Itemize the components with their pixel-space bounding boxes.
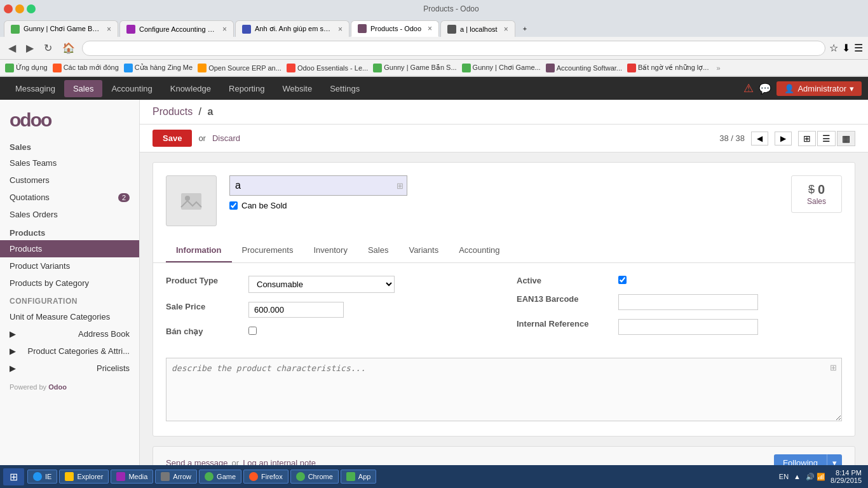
product-name-input[interactable] [229,175,407,196]
tab-close-2[interactable]: × [222,25,227,34]
new-tab-button[interactable]: + [517,20,533,37]
window-maximize[interactable] [27,4,36,13]
bookmark-odoo[interactable]: Odoo Essentials - Le... [287,64,368,72]
sidebar-item-sales-teams[interactable]: Sales Teams [0,154,139,172]
tab-label-2: Configure Accounting - O... [139,25,216,33]
bookmark-erp[interactable]: Open Source ERP an... [198,64,281,72]
internal-ref-input[interactable] [618,319,758,335]
forward-button[interactable]: ▶ [23,41,37,55]
nav-sales[interactable]: Sales [64,80,103,97]
bookmark-apps[interactable]: Ứng dụng [5,64,48,72]
next-page-button[interactable]: ▶ [775,132,792,146]
sale-price-input[interactable] [248,302,344,318]
nav-website[interactable]: Website [273,80,321,97]
address-bar[interactable]: maro24h.com/web#id=40&view_type=form&mod… [82,41,825,56]
bookmarks-more[interactable]: » [716,64,720,72]
tab-close-3[interactable]: × [338,25,342,34]
sidebar-item-customers[interactable]: Customers [0,172,139,189]
bookmark-star[interactable]: ☆ [829,42,838,54]
browser-tab-2[interactable]: Configure Accounting - O... × [119,20,234,37]
product-name-edit-icon[interactable]: ⊞ [397,181,403,191]
taskbar-item-firefox[interactable]: Firefox [243,470,288,484]
tab-procurements[interactable]: Procurements [232,239,304,262]
nav-messaging[interactable]: Messaging [6,80,64,97]
svg-rect-0 [181,193,201,210]
chat-icon[interactable]: 💬 [759,83,771,95]
tab-close-1[interactable]: × [107,25,111,34]
sidebar-item-products[interactable]: Products [0,240,139,257]
tray-up-arrow[interactable]: ▲ [794,473,801,480]
form-view-button[interactable]: ▦ [837,131,855,146]
nav-reporting[interactable]: Reporting [220,80,273,97]
form-tabs: Information Procurements Inventory Sales… [153,239,855,263]
browser-chrome: Products - Odoo Gunny | Chơi Game Bắn S.… [0,0,868,77]
stat-label[interactable]: Sales [804,197,829,206]
sidebar-item-address-book[interactable]: ▶ Address Book [0,325,139,342]
nav-knowledge[interactable]: Knowledge [161,80,220,97]
bookmark-tabs[interactable]: Các tab mới đóng [53,64,119,72]
sidebar-item-uom-categories[interactable]: Unit of Measure Categories [0,308,139,325]
ean13-row: EAN13 Barcode [517,294,842,310]
sidebar-item-products-by-category[interactable]: Products by Category [0,274,139,292]
kanban-view-button[interactable]: ⊞ [798,131,816,146]
nav-accounting[interactable]: Accounting [102,80,161,97]
start-button[interactable]: ⊞ [3,468,24,485]
tab-close-5[interactable]: × [504,25,508,34]
taskbar-item-game[interactable]: Game [199,470,241,484]
browser-titlebar: Products - Odoo [0,0,868,18]
content-header: Products / a [140,100,868,125]
browser-tab-1[interactable]: Gunny | Chơi Game Bắn S... × [4,20,118,37]
menu-button[interactable]: ☰ [854,42,863,54]
taskbar-item-chrome[interactable]: Chrome [290,470,339,484]
description-edit-icon[interactable]: ⊞ [830,363,837,372]
tab-accounting[interactable]: Accounting [449,239,510,262]
nav-settings[interactable]: Settings [321,80,369,97]
tab-information[interactable]: Information [166,239,232,262]
save-button[interactable]: Save [153,130,192,147]
taskbar-item-app[interactable]: App [341,470,377,484]
taskbar-item-media[interactable]: Media [111,470,153,484]
sidebar-item-product-categories[interactable]: ▶ Product Categories & Attri... [0,342,139,360]
tab-sales[interactable]: Sales [358,239,399,262]
back-button[interactable]: ◀ [5,41,19,55]
window-close[interactable] [4,4,13,13]
view-toggle: ⊞ ☰ ▦ [798,131,855,146]
sidebar-item-pricelists[interactable]: ▶ Pricelists [0,360,139,377]
sidebar-item-product-variants[interactable]: Product Variants [0,257,139,274]
app-icon [346,472,355,481]
description-textarea[interactable] [166,358,842,421]
list-view-button[interactable]: ☰ [817,131,836,146]
window-minimize[interactable] [15,4,24,13]
product-image[interactable] [166,175,217,226]
sidebar-item-quotations[interactable]: Quotations 2 [0,189,139,206]
tab-close-4[interactable]: × [428,24,432,33]
bookmark-gunny2[interactable]: Gunny | Chơi Game... [462,64,541,72]
tab-variants[interactable]: Variants [398,239,449,262]
taskbar-item-arrow[interactable]: Arrow [155,470,197,484]
tray-date: 8/29/2015 [831,477,862,484]
bookmark-zing[interactable]: Cửa hàng Zing Me [124,64,193,72]
product-type-select[interactable]: Consumable Storable Product Service Digi… [248,276,395,293]
bookmark-accounting[interactable]: Accounting Softwar... [546,64,622,72]
active-checkbox[interactable] [618,276,627,284]
download-button[interactable]: ⬇ [842,42,850,54]
can-be-sold-checkbox[interactable] [229,201,238,210]
tab-inventory[interactable]: Inventory [303,239,357,262]
prev-page-button[interactable]: ◀ [751,132,768,146]
ban-chay-checkbox[interactable] [248,327,257,335]
browser-tab-4[interactable]: Products - Odoo × [351,20,439,37]
admin-menu[interactable]: 👤 Administrator ▾ [776,81,862,96]
breadcrumb-root[interactable]: Products [153,106,193,117]
discard-button[interactable]: Discard [212,133,240,143]
alert-icon[interactable]: ⚠ [743,81,754,95]
browser-tab-5[interactable]: a | localhost × [440,20,515,37]
home-button[interactable]: 🏠 [59,41,78,55]
sidebar-item-sales-orders[interactable]: Sales Orders [0,206,139,223]
taskbar-item-ie[interactable]: IE [27,470,57,484]
bookmark-news[interactable]: Bất ngờ về những lợ... [627,64,709,72]
taskbar-item-explorer[interactable]: Explorer [59,470,109,484]
ean13-input[interactable] [618,294,758,310]
browser-tab-3[interactable]: Anh ơi. Anh giúp em sửa c... × [235,20,349,37]
bookmark-gunny1[interactable]: Gunny | Game Bắn S... [373,64,456,72]
refresh-button[interactable]: ↻ [41,41,55,55]
